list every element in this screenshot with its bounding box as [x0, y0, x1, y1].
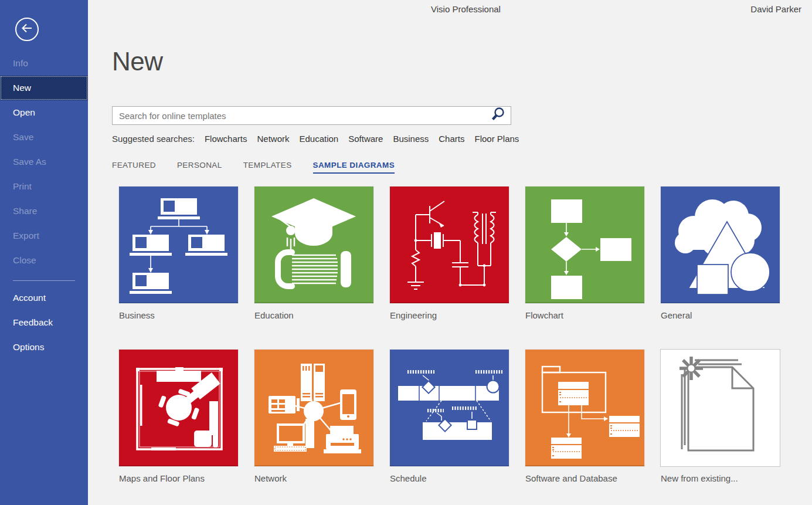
tile-flowchart[interactable]	[525, 187, 644, 303]
page-title: New	[112, 47, 163, 76]
sidebar-item-share: Share	[0, 199, 88, 223]
template-grid: Business Education	[119, 187, 780, 483]
timeline-icon	[390, 350, 509, 466]
suggested-searches-label: Suggested searches:	[112, 134, 195, 144]
tile-general[interactable]	[661, 187, 780, 303]
network-star-icon	[254, 350, 373, 466]
sidebar-nav: Info New Open Save Save As Print Share E…	[0, 51, 88, 273]
circuit-diagram-icon	[390, 187, 509, 303]
tile-label-flowchart: Flowchart	[525, 310, 644, 320]
sidebar-item-close: Close	[0, 248, 88, 273]
tab-personal[interactable]: PERSONAL	[177, 161, 222, 174]
basic-shapes-cloud-icon	[661, 187, 780, 303]
tile-label-education: Education	[254, 310, 373, 320]
tile-maps-and-floor-plans[interactable]	[119, 350, 238, 466]
suggested-link-flowcharts[interactable]: Flowcharts	[205, 134, 247, 144]
sidebar-item-save-as: Save As	[0, 150, 88, 174]
suggested-searches: Suggested searches: Flowcharts Network E…	[112, 134, 519, 144]
sidebar-footer-nav: Account Feedback Options	[0, 286, 88, 360]
tab-templates[interactable]: TEMPLATES	[243, 161, 292, 174]
tile-new-from-existing[interactable]	[661, 350, 780, 466]
sidebar-item-account[interactable]: Account	[0, 286, 88, 310]
sidebar-item-print: Print	[0, 174, 88, 199]
tile-label-business: Business	[119, 310, 238, 320]
graduation-cap-book-icon	[254, 187, 373, 303]
suggested-link-charts[interactable]: Charts	[439, 134, 464, 144]
template-cell-network: Network	[254, 350, 373, 483]
tile-schedule[interactable]	[390, 350, 509, 466]
tile-business[interactable]	[119, 187, 238, 303]
tile-label-maps-and-floor-plans: Maps and Floor Plans	[119, 473, 238, 483]
template-cell-software-database: Software and Database	[525, 350, 644, 483]
org-chart-laptops-icon	[119, 187, 238, 303]
tile-label-schedule: Schedule	[390, 473, 509, 483]
template-cell-general: General	[661, 187, 780, 320]
signed-in-user[interactable]: David Parker	[750, 4, 801, 14]
tile-label-network: Network	[254, 473, 373, 483]
tile-label-engineering: Engineering	[390, 310, 509, 320]
search-input[interactable]	[113, 107, 485, 124]
sidebar-item-options[interactable]: Options	[0, 335, 88, 360]
template-cell-schedule: Schedule	[390, 350, 509, 483]
suggested-link-education[interactable]: Education	[299, 134, 338, 144]
tile-label-software-and-database: Software and Database	[525, 473, 644, 483]
tile-label-new-from-existing: New from existing...	[661, 473, 780, 483]
tile-education[interactable]	[254, 187, 373, 303]
back-arrow-icon	[20, 21, 34, 38]
search-magnifier-icon	[490, 107, 505, 124]
online-template-search	[112, 106, 511, 125]
back-button[interactable]	[15, 18, 39, 41]
database-tables-icon	[525, 350, 644, 466]
tile-engineering[interactable]	[390, 187, 509, 303]
tile-label-general: General	[661, 310, 780, 320]
tab-featured[interactable]: FEATURED	[112, 161, 156, 174]
template-cell-maps-floor-plans: Maps and Floor Plans	[119, 350, 238, 483]
template-cell-engineering: Engineering	[390, 187, 509, 320]
suggested-link-software[interactable]: Software	[348, 134, 383, 144]
sidebar-item-open[interactable]: Open	[0, 100, 88, 125]
floor-plan-icon	[119, 350, 238, 466]
sidebar-item-new[interactable]: New	[0, 76, 88, 100]
tile-network[interactable]	[254, 350, 373, 466]
sidebar-item-export: Export	[0, 223, 88, 248]
template-cell-new-from-existing: New from existing...	[661, 350, 780, 483]
suggested-link-network[interactable]: Network	[257, 134, 289, 144]
backstage-sidebar: Info New Open Save Save As Print Share E…	[0, 0, 88, 505]
sidebar-item-feedback[interactable]: Feedback	[0, 310, 88, 335]
sidebar-item-save: Save	[0, 125, 88, 150]
sidebar-item-info: Info	[0, 51, 88, 76]
new-from-existing-page-icon	[661, 350, 780, 466]
template-cell-flowchart: Flowchart	[525, 187, 644, 320]
sidebar-divider	[13, 280, 75, 281]
tab-sample-diagrams[interactable]: SAMPLE DIAGRAMS	[313, 161, 395, 174]
template-cell-business: Business	[119, 187, 238, 320]
template-cell-education: Education	[254, 187, 373, 320]
tile-software-and-database[interactable]	[525, 350, 644, 466]
template-category-tabs: FEATURED PERSONAL TEMPLATES SAMPLE DIAGR…	[112, 161, 395, 174]
flowchart-shapes-icon	[525, 187, 644, 303]
search-button[interactable]	[485, 107, 511, 124]
window-title: Visio Professional	[431, 4, 501, 14]
suggested-link-floor-plans[interactable]: Floor Plans	[474, 134, 519, 144]
suggested-link-business[interactable]: Business	[393, 134, 429, 144]
